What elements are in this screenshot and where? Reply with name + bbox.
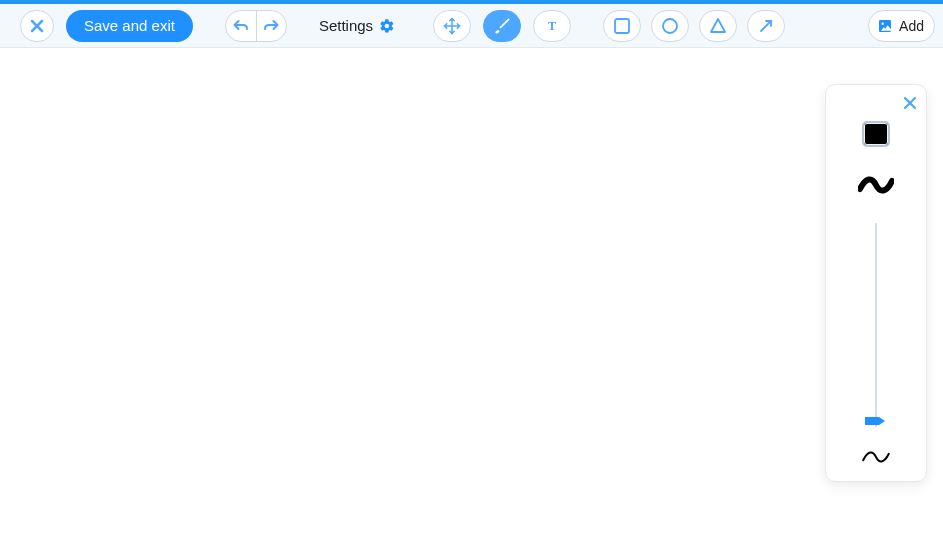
undo-icon	[233, 18, 249, 34]
add-label: Add	[899, 18, 924, 34]
rectangle-icon	[613, 17, 631, 35]
move-icon	[443, 17, 461, 35]
close-icon	[902, 95, 918, 111]
svg-point-6	[663, 19, 677, 33]
svg-line-8	[761, 21, 771, 31]
svg-point-10	[882, 22, 884, 24]
brush-size-slider[interactable]	[872, 223, 880, 427]
settings-button[interactable]: Settings	[319, 17, 395, 34]
circle-tool-button[interactable]	[651, 10, 689, 42]
move-tool-button[interactable]	[433, 10, 471, 42]
gear-icon	[379, 18, 395, 34]
triangle-icon	[709, 17, 727, 35]
stroke-preview-large-icon	[858, 175, 894, 195]
svg-rect-5	[615, 19, 629, 33]
svg-marker-7	[711, 19, 725, 32]
drawing-canvas[interactable]	[0, 48, 943, 558]
brush-settings-panel	[825, 84, 927, 482]
redo-button[interactable]	[256, 11, 286, 41]
text-tool-button[interactable]: T	[533, 10, 571, 42]
arrow-tool-button[interactable]	[747, 10, 785, 42]
circle-icon	[661, 17, 679, 35]
triangle-tool-button[interactable]	[699, 10, 737, 42]
save-and-exit-label: Save and exit	[84, 17, 175, 34]
close-icon	[29, 18, 45, 34]
shape-tool-group	[603, 10, 785, 42]
redo-icon	[263, 18, 279, 34]
text-icon: T	[544, 18, 560, 34]
panel-close-button[interactable]	[902, 95, 918, 115]
undo-button[interactable]	[226, 11, 256, 41]
brush-tool-button[interactable]	[483, 10, 521, 42]
settings-label: Settings	[319, 17, 373, 34]
rectangle-tool-button[interactable]	[603, 10, 641, 42]
arrow-icon	[757, 17, 775, 35]
brush-color-swatch[interactable]	[862, 121, 890, 147]
stroke-preview-small-icon	[860, 449, 892, 465]
toolbar: Save and exit Settings	[0, 4, 943, 48]
brush-icon	[492, 16, 512, 36]
image-icon	[877, 18, 893, 34]
add-image-button[interactable]: Add	[868, 10, 935, 42]
close-button[interactable]	[20, 10, 54, 42]
slider-track	[875, 223, 877, 427]
svg-text:T: T	[548, 19, 556, 33]
save-and-exit-button[interactable]: Save and exit	[66, 10, 193, 42]
slider-thumb[interactable]	[865, 415, 887, 427]
undo-redo-group	[225, 10, 287, 42]
